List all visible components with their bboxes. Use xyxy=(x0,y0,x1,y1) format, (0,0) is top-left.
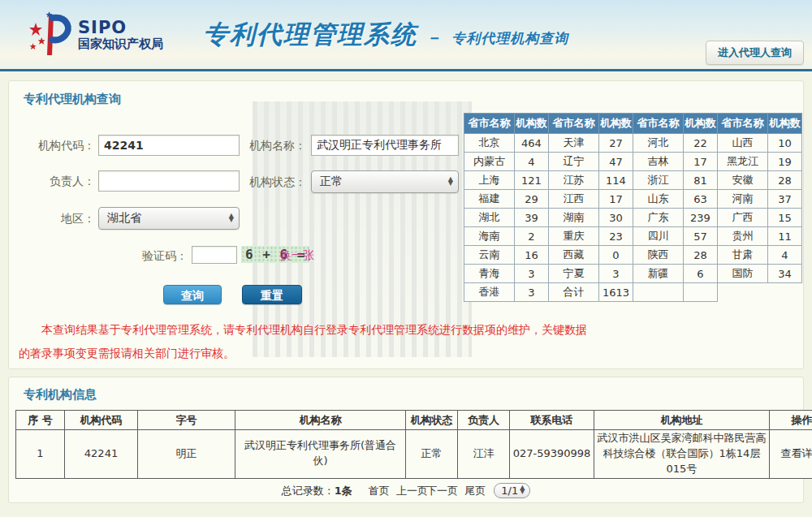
province-row: 青海3宁夏3新疆6国防34 xyxy=(464,265,802,283)
org-name-input[interactable] xyxy=(311,135,459,156)
agent-query-button[interactable]: 进入代理人查询 xyxy=(706,41,804,65)
result-column-header: 负责人 xyxy=(458,411,510,430)
result-column-header: 机构地址 xyxy=(594,411,770,430)
province-name-cell: 天津 xyxy=(549,134,599,153)
province-row: 海南2重庆23四川57贵州11 xyxy=(464,227,802,246)
result-row: 142241明正武汉明正专利代理事务所(普通合伙)正常江沣027-5939099… xyxy=(16,430,812,479)
region-select[interactable]: 湖北省 xyxy=(98,207,240,230)
province-name-cell: 西藏 xyxy=(549,246,599,265)
result-cell: 武汉市洪山区吴家湾邮科中路民营高科技综合楼（联合国际）1栋14层015号 xyxy=(594,430,770,479)
org-count-cell: 19 xyxy=(768,153,802,171)
province-name-cell: 宁夏 xyxy=(549,265,599,283)
view-detail-link[interactable]: 查看详细 xyxy=(770,430,812,479)
select-arrows-icon xyxy=(227,214,235,222)
province-row: 香港3合计1613 xyxy=(464,283,802,302)
province-name-cell: 广东 xyxy=(633,209,684,227)
region-label: 地区： xyxy=(11,208,95,229)
org-count-cell: 3 xyxy=(599,265,633,283)
query-panel-title: 专利代理机构查询 xyxy=(24,92,121,107)
pagination-bar: 总记录数：1条 首页 上一页下一页 尾页 1/1 xyxy=(9,483,803,498)
province-name-cell: 福建 xyxy=(464,190,515,209)
province-name-cell: 内蒙古 xyxy=(464,153,515,171)
captcha-input[interactable] xyxy=(192,246,237,264)
org-count-cell: 16 xyxy=(515,246,549,265)
org-count-cell: 17 xyxy=(684,153,718,171)
org-count-cell: 63 xyxy=(684,190,718,209)
province-table-header-row: 省市名称机构数省市名称机构数省市名称机构数省市名称机构数 xyxy=(464,114,802,134)
org-count-cell: 28 xyxy=(684,246,718,265)
result-column-header: 操作 xyxy=(770,411,812,430)
province-name-cell: 重庆 xyxy=(549,227,599,246)
province-name-cell: 海南 xyxy=(464,227,515,246)
org-status-select[interactable]: 正常 xyxy=(311,170,459,193)
result-column-header: 机构状态 xyxy=(406,411,458,430)
last-page-link[interactable]: 尾页 xyxy=(464,485,486,497)
province-name-cell: 陕西 xyxy=(633,246,684,265)
org-count-cell: 239 xyxy=(684,209,718,227)
manager-input[interactable] xyxy=(98,170,240,192)
province-name-cell xyxy=(633,283,684,302)
result-column-header: 联系电话 xyxy=(510,411,594,430)
next-page-link[interactable]: 下一页 xyxy=(426,485,458,497)
org-status-value: 正常 xyxy=(320,174,447,189)
first-page-link[interactable]: 首页 xyxy=(369,485,390,497)
org-count-cell xyxy=(684,283,718,302)
org-count-cell: 114 xyxy=(599,171,633,190)
org-count-header: 机构数 xyxy=(684,114,718,134)
search-button[interactable]: 查询 xyxy=(163,285,222,304)
province-name-cell: 浙江 xyxy=(633,171,684,190)
sipo-logo: SIPO 国家知识产权局 xyxy=(28,11,163,58)
total-records-label: 总记录数： xyxy=(282,485,335,497)
page-number-select[interactable]: 1/1 xyxy=(494,483,530,498)
province-name-cell: 安徽 xyxy=(718,171,768,190)
province-row: 湖北39湖南30广东239广西15 xyxy=(464,209,802,227)
org-count-cell: 47 xyxy=(599,153,633,171)
result-table-body: 142241明正武汉明正专利代理事务所(普通合伙)正常江沣027-5939099… xyxy=(16,430,812,479)
org-count-cell: 27 xyxy=(599,134,633,153)
province-row: 云南16西藏0陕西28甘肃4 xyxy=(464,246,802,265)
province-count-table: 省市名称机构数省市名称机构数省市名称机构数省市名称机构数 北京464天津27河北… xyxy=(464,113,802,302)
province-table-body: 北京464天津27河北22山西10内蒙古4辽宁47吉林17黑龙江19上海121江… xyxy=(464,134,802,302)
province-name-cell: 合计 xyxy=(549,283,599,302)
org-count-cell: 2 xyxy=(515,227,549,246)
org-count-cell: 121 xyxy=(515,171,549,190)
org-count-cell: 10 xyxy=(768,134,802,153)
province-name-cell: 河北 xyxy=(633,134,684,153)
org-name-label: 机构名称： xyxy=(222,135,306,156)
total-records-value: 1条 xyxy=(335,485,352,497)
select-arrows-icon xyxy=(447,178,455,186)
province-name-cell: 江苏 xyxy=(549,171,599,190)
province-name-cell: 吉林 xyxy=(633,153,684,171)
province-name-cell: 辽宁 xyxy=(549,153,599,171)
org-status-label: 机构状态： xyxy=(222,171,306,192)
org-count-cell: 15 xyxy=(768,209,802,227)
prev-page-link[interactable]: 上一页 xyxy=(396,485,428,497)
province-name-cell: 山东 xyxy=(633,190,684,209)
result-cell: 武汉明正专利代理事务所(普通合伙) xyxy=(235,430,406,479)
org-count-cell: 4 xyxy=(768,246,802,265)
org-count-cell: 29 xyxy=(515,190,549,209)
page-subtitle: 专利代理机构查询 xyxy=(451,30,568,46)
org-count-cell: 39 xyxy=(515,209,549,227)
result-column-header: 机构代码 xyxy=(65,411,138,430)
province-row: 上海121江苏114浙江81安徽28 xyxy=(464,171,802,190)
province-row: 福建29江西17山东63河南37 xyxy=(464,190,802,209)
province-row: 北京464天津27河北22山西10 xyxy=(464,134,802,153)
province-name-cell: 黑龙江 xyxy=(718,153,768,171)
org-count-cell: 3 xyxy=(515,283,549,302)
org-count-cell: 57 xyxy=(684,227,718,246)
manager-label: 负责人： xyxy=(11,170,95,192)
reset-button[interactable]: 重置 xyxy=(242,285,302,304)
page-number-value: 1/1 xyxy=(501,485,518,497)
org-count-cell: 17 xyxy=(599,190,633,209)
province-name-header: 省市名称 xyxy=(549,114,599,134)
captcha-label: 验证码： xyxy=(103,245,188,266)
result-cell: 1 xyxy=(16,430,65,479)
captcha-refresh-link[interactable]: 换一张 xyxy=(280,248,314,263)
org-count-cell: 81 xyxy=(684,171,718,190)
page-header: SIPO 国家知识产权局 专利代理管理系统 － 专利代理机构查询 进入代理人查询 xyxy=(0,0,812,71)
province-name-cell: 湖南 xyxy=(549,209,599,227)
result-table-header-row: 序 号机构代码字号机构名称机构状态负责人联系电话机构地址操作 xyxy=(16,411,812,430)
org-code-input[interactable] xyxy=(98,135,240,156)
org-count-cell: 6 xyxy=(684,265,718,283)
